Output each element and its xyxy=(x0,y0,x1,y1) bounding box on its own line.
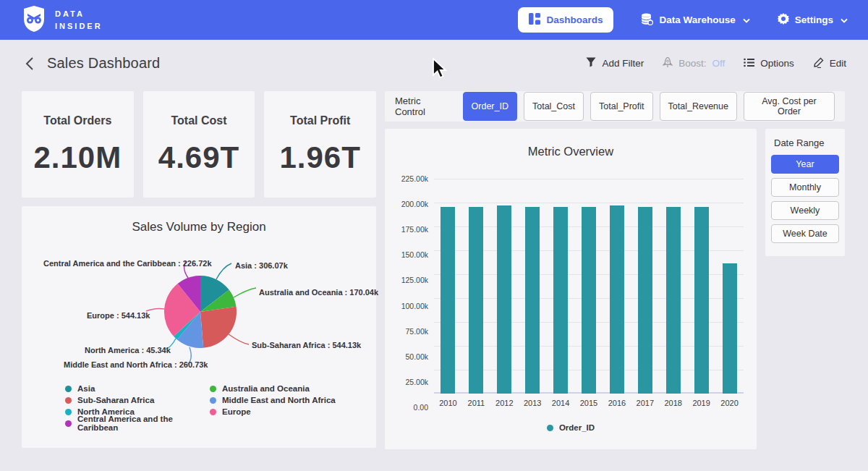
x-tick-label: 2011 xyxy=(469,399,483,407)
pie-callout-line xyxy=(234,288,256,297)
legend-label: Asia xyxy=(77,384,95,393)
owl-logo-icon xyxy=(22,6,46,35)
bar-2010[interactable] xyxy=(441,207,455,394)
pie-callout-line xyxy=(229,334,249,344)
y-tick-label: 200.00k xyxy=(401,200,428,208)
y-tick-label: 75.00k xyxy=(405,327,428,336)
x-tick-label: 2020 xyxy=(723,399,737,407)
data-warehouse-menu[interactable]: Data Warehouse xyxy=(641,13,749,27)
pie-label-australia-and-oceania: Australia and Oceania : 170.04k xyxy=(259,288,378,297)
bar-2016[interactable] xyxy=(610,205,624,394)
date-range-card: Date Range YearMonthlyWeeklyWeek Date xyxy=(765,129,845,256)
bar-2014[interactable] xyxy=(553,207,568,394)
metric-option-total-profit[interactable]: Total_Profit xyxy=(590,92,653,121)
x-tick-label: 2017 xyxy=(638,399,652,407)
legend-label: Sub-Saharan Africa xyxy=(77,396,154,404)
y-tick-label: 0.00 xyxy=(414,403,428,412)
database-icon xyxy=(641,13,653,27)
bar-2020[interactable] xyxy=(723,263,737,394)
bar-2012[interactable] xyxy=(497,205,511,394)
kpi-card-total-cost: Total Cost 4.69T xyxy=(143,91,255,198)
y-axis: 225.00k200.00k175.00k150.00k125.00k100.0… xyxy=(392,179,434,407)
legend-item-australia-and-oceania: Australia and Oceania xyxy=(210,384,346,393)
y-tick-label: 100.00k xyxy=(401,302,428,310)
bar-2017[interactable] xyxy=(638,207,652,394)
pencil-icon xyxy=(813,57,824,70)
add-filter-button[interactable]: Add Filter xyxy=(586,57,644,69)
rocket-icon xyxy=(663,57,673,70)
legend-dot xyxy=(210,409,216,415)
dashboards-button[interactable]: Dashboards xyxy=(518,7,613,33)
pie-callout-line xyxy=(216,263,231,279)
dashboard-grid-icon xyxy=(529,13,540,27)
pie-label-north-america: North America : 45.34k xyxy=(85,346,171,355)
x-tick-label: 2016 xyxy=(610,399,624,407)
page-title: Sales Dashboard xyxy=(47,55,160,72)
legend-dot xyxy=(65,409,72,415)
kpi-value: 2.10M xyxy=(33,140,122,175)
legend-label: Europe xyxy=(222,407,251,416)
kpi-label: Total Profit xyxy=(290,114,350,127)
metric-option-total-cost[interactable]: Total_Cost xyxy=(524,92,584,121)
bar-2013[interactable] xyxy=(525,207,540,394)
brand-line2: INSIDER xyxy=(55,20,103,33)
x-axis-labels: 2010201120122013201420152016201720182019… xyxy=(434,399,744,407)
boost-state: Off xyxy=(712,58,725,69)
legend-dot xyxy=(65,397,72,404)
bar-plot-area[interactable] xyxy=(434,179,744,394)
bar-2019[interactable] xyxy=(694,207,709,394)
bar-chart-legend: Order_ID xyxy=(385,423,757,432)
boost-label: Boost: xyxy=(678,58,706,69)
edit-button[interactable]: Edit xyxy=(813,57,846,70)
add-filter-label: Add Filter xyxy=(602,58,644,69)
top-navbar: DATA INSIDER Dashboards xyxy=(0,0,868,40)
brand-line1: DATA xyxy=(55,8,103,20)
data-warehouse-label: Data Warehouse xyxy=(659,14,735,25)
pie-label-europe: Europe : 544.13k xyxy=(87,311,150,320)
y-tick-label: 25.00k xyxy=(405,378,428,386)
chevron-down-icon xyxy=(841,14,848,25)
legend-dot xyxy=(547,425,553,431)
metric-option-avg-cost-per-order[interactable]: Avg. Cost per Order xyxy=(744,92,835,121)
brand-logo: DATA INSIDER xyxy=(22,6,103,35)
kpi-value: 1.96T xyxy=(279,140,360,175)
metric-control-label: Metric Control xyxy=(395,96,453,117)
legend-item-sub-saharan-africa: Sub-Saharan Africa xyxy=(65,396,201,404)
page-header: Sales Dashboard Add Filter Boost: Off xyxy=(0,40,868,87)
kpi-card-total-profit: Total Profit 1.96T xyxy=(264,91,376,198)
options-button[interactable]: Options xyxy=(744,58,794,69)
x-tick-label: 2015 xyxy=(582,399,596,407)
legend-dot xyxy=(65,386,72,392)
kpi-label: Total Orders xyxy=(43,114,111,127)
legend-item-europe: Europe xyxy=(210,407,346,416)
legend-label: Australia and Oceania xyxy=(222,384,310,393)
pie-label-asia: Asia : 306.07k xyxy=(235,261,288,270)
x-tick-label: 2019 xyxy=(694,399,709,407)
legend-label: Middle East and North Africa xyxy=(222,396,336,404)
bar-2015[interactable] xyxy=(582,207,596,394)
kpi-row: Total Orders 2.10M Total Cost 4.69T Tota… xyxy=(22,91,376,198)
legend-label: Central America and the Caribbean xyxy=(77,415,201,432)
pie-slice-sub-saharan-africa[interactable] xyxy=(200,307,237,348)
x-tick-label: 2013 xyxy=(525,399,540,407)
legend-item-central-america-and-the-caribbean: Central America and the Caribbean xyxy=(65,419,201,428)
back-button[interactable] xyxy=(22,54,37,74)
date-option-year[interactable]: Year xyxy=(771,155,839,174)
bar-2018[interactable] xyxy=(666,207,681,394)
date-option-week-date[interactable]: Week Date xyxy=(771,224,839,243)
pie-chart-card: Sales Volume by Region AsiaSub-Saharan A… xyxy=(22,206,376,448)
x-tick-label: 2012 xyxy=(497,399,511,407)
metric-option-total-revenue[interactable]: Total_Revenue xyxy=(660,92,737,121)
legend-item-middle-east-and-north-africa: Middle East and North Africa xyxy=(210,396,346,404)
y-tick-label: 225.00k xyxy=(401,174,428,183)
settings-menu[interactable]: Settings xyxy=(778,13,848,27)
metric-option-order-id[interactable]: Order_ID xyxy=(463,92,517,121)
date-option-weekly[interactable]: Weekly xyxy=(771,201,839,220)
x-tick-label: 2010 xyxy=(441,399,455,407)
date-option-monthly[interactable]: Monthly xyxy=(771,178,839,197)
bar-2011[interactable] xyxy=(469,207,483,394)
legend-dot xyxy=(65,420,72,427)
boost-toggle[interactable]: Boost: Off xyxy=(663,57,725,70)
pie-label-middle-east-and-north-africa: Middle East and North Africa : 260.73k xyxy=(64,360,208,369)
bar-chart-card: Metric Overview 225.00k200.00k175.00k150… xyxy=(385,129,757,449)
